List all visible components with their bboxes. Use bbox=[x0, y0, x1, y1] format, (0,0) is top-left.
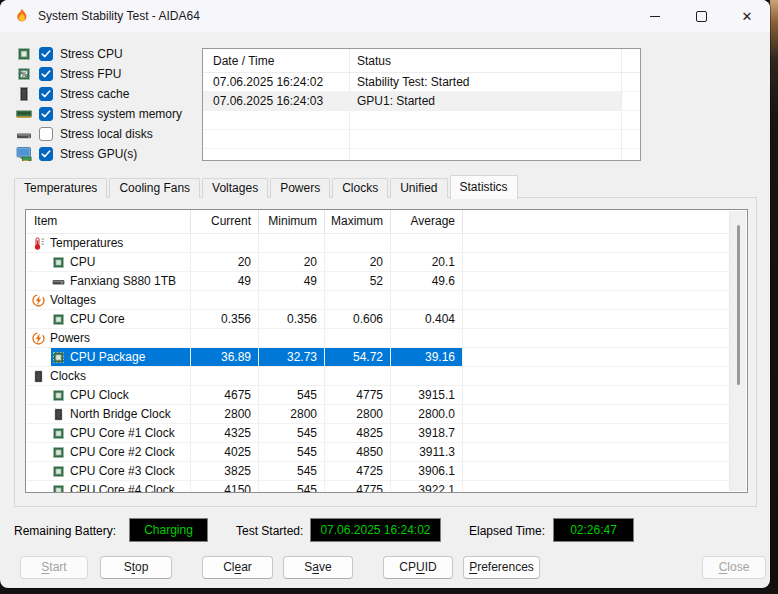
stats-col-current[interactable]: Current bbox=[191, 210, 259, 233]
stats-cell-current bbox=[191, 367, 259, 385]
tab-voltages[interactable]: Voltages bbox=[202, 178, 268, 198]
stress-option-cpu: Stress CPU bbox=[16, 44, 182, 64]
stats-cell-maximum bbox=[325, 367, 391, 385]
battery-label: Remaining Battery: bbox=[14, 524, 116, 538]
chip-green-icon bbox=[52, 465, 65, 478]
stats-cell-minimum: 545 bbox=[259, 386, 325, 404]
stats-row-cpu-core[interactable]: CPU Core0.3560.3560.6060.404 bbox=[26, 310, 747, 329]
stats-row-cpu-core-2-clock[interactable]: CPU Core #2 Clock402554548503911.3 bbox=[26, 443, 747, 462]
chip-green-icon bbox=[52, 351, 65, 364]
log-row[interactable]: 07.06.2025 16:24:03GPU1: Started bbox=[203, 92, 640, 111]
stats-row-fanxiang-s880-1tb[interactable]: Fanxiang S880 1TB49495249.6 bbox=[26, 272, 747, 291]
stats-scrollbar[interactable] bbox=[729, 211, 746, 491]
stats-row-cpu-core-1-clock[interactable]: CPU Core #1 Clock432554548253918.7 bbox=[26, 424, 747, 443]
statistics-table: Item Current Minimum Maximum Average Tem… bbox=[25, 209, 748, 493]
stats-col-maximum[interactable]: Maximum bbox=[325, 210, 391, 233]
cpuid-button[interactable]: CPUID bbox=[383, 556, 453, 579]
tab-temperatures[interactable]: Temperatures bbox=[14, 178, 107, 198]
stress-checkbox-memory[interactable] bbox=[39, 107, 53, 121]
stress-option-gpu: Stress GPU(s) bbox=[16, 144, 182, 164]
stress-label-gpu[interactable]: Stress GPU(s) bbox=[60, 147, 137, 161]
cache-icon bbox=[16, 86, 32, 102]
test-started-led: 07.06.2025 16:24:02 bbox=[310, 518, 441, 542]
titlebar[interactable]: System Stability Test - AIDA64 ✕ bbox=[0, 0, 770, 32]
stats-cell-item: CPU Core #4 Clock bbox=[26, 481, 191, 493]
save-button[interactable]: Save bbox=[283, 556, 353, 579]
stress-label-cpu[interactable]: Stress CPU bbox=[60, 47, 123, 61]
stats-cell-item: Clocks bbox=[26, 367, 191, 385]
stats-scrollbar-thumb[interactable] bbox=[737, 225, 740, 385]
item-label: CPU Core #2 Clock bbox=[70, 443, 175, 461]
stress-checkbox-cpu[interactable] bbox=[39, 47, 53, 61]
item-highlight: CPU Core bbox=[51, 310, 190, 328]
stats-row-cpu-package[interactable]: CPU Package36.8932.7354.7239.16 bbox=[26, 348, 747, 367]
tab-unified[interactable]: Unified bbox=[390, 178, 447, 198]
stats-cell-current: 20 bbox=[191, 253, 259, 271]
stress-checkbox-fpu[interactable] bbox=[39, 67, 53, 81]
stats-row-powers[interactable]: Powers bbox=[26, 329, 747, 348]
stress-checkbox-disks[interactable] bbox=[39, 127, 53, 141]
stats-cell-item: CPU Core #2 Clock bbox=[26, 443, 191, 461]
item-label: CPU Package bbox=[70, 348, 145, 366]
stats-cell-minimum bbox=[259, 329, 325, 347]
log-col-datetime[interactable]: Date / Time bbox=[203, 54, 349, 68]
stress-checkbox-gpu[interactable] bbox=[39, 147, 53, 161]
stats-cell-item: Fanxiang S880 1TB bbox=[26, 272, 191, 290]
maximize-button[interactable] bbox=[678, 0, 724, 32]
stress-checkbox-cache[interactable] bbox=[39, 87, 53, 101]
chip-dark-icon bbox=[32, 370, 45, 383]
stats-cell-minimum bbox=[259, 291, 325, 309]
stats-row-temperatures[interactable]: Temperatures bbox=[26, 234, 747, 253]
preferences-button[interactable]: Preferences bbox=[463, 556, 540, 579]
stats-cell-maximum: 4725 bbox=[325, 462, 391, 480]
item-label: CPU Core bbox=[70, 310, 125, 328]
log-datetime: 07.06.2025 16:24:02 bbox=[203, 75, 349, 89]
log-col-status[interactable]: Status bbox=[349, 54, 640, 68]
stats-cell-filler bbox=[463, 424, 747, 442]
item-label: Clocks bbox=[50, 367, 86, 385]
stats-col-minimum[interactable]: Minimum bbox=[259, 210, 325, 233]
stress-label-fpu[interactable]: Stress FPU bbox=[60, 67, 121, 81]
stats-row-clocks[interactable]: Clocks bbox=[26, 367, 747, 386]
tab-cooling-fans[interactable]: Cooling Fans bbox=[109, 178, 200, 198]
stats-row-voltages[interactable]: Voltages bbox=[26, 291, 747, 310]
stats-cell-current bbox=[191, 291, 259, 309]
elapsed-time-led: 02:26:47 bbox=[553, 518, 634, 542]
chip-green-icon bbox=[52, 256, 65, 269]
log-row[interactable]: 07.06.2025 16:24:02Stability Test: Start… bbox=[203, 73, 640, 92]
window-title: System Stability Test - AIDA64 bbox=[38, 0, 200, 32]
stats-row-cpu[interactable]: CPU20202020.1 bbox=[26, 253, 747, 272]
stress-label-memory[interactable]: Stress system memory bbox=[60, 107, 182, 121]
stats-cell-minimum: 545 bbox=[259, 481, 325, 493]
stats-row-cpu-core-3-clock[interactable]: CPU Core #3 Clock382554547253906.1 bbox=[26, 462, 747, 481]
stats-cell-maximum: 20 bbox=[325, 253, 391, 271]
tab-clocks[interactable]: Clocks bbox=[332, 178, 388, 198]
stats-cell-current bbox=[191, 234, 259, 252]
stats-col-item[interactable]: Item bbox=[26, 210, 191, 233]
minimize-button[interactable] bbox=[632, 0, 678, 32]
stats-cell-average: 3906.1 bbox=[391, 462, 463, 480]
tab-statistics[interactable]: Statistics bbox=[450, 175, 518, 199]
clear-button[interactable]: Clear bbox=[202, 556, 273, 579]
chip-green-icon bbox=[52, 484, 65, 494]
stats-cell-maximum bbox=[325, 234, 391, 252]
stress-label-disks[interactable]: Stress local disks bbox=[60, 127, 153, 141]
stats-row-cpu-clock[interactable]: CPU Clock467554547753915.1 bbox=[26, 386, 747, 405]
disk-icon bbox=[16, 126, 32, 142]
stats-row-cpu-core-4-clock[interactable]: CPU Core #4 Clock415054547753922.1 bbox=[26, 481, 747, 493]
chip-green-icon bbox=[52, 313, 65, 326]
gpu-icon bbox=[16, 146, 32, 162]
stats-header: Item Current Minimum Maximum Average bbox=[26, 210, 747, 234]
stats-cell-item: CPU Clock bbox=[26, 386, 191, 404]
item-highlight: CPU Package bbox=[51, 348, 190, 366]
stats-col-average[interactable]: Average bbox=[391, 210, 463, 233]
item-label: CPU Core #4 Clock bbox=[70, 481, 175, 493]
stats-cell-average bbox=[391, 329, 463, 347]
item-highlight: CPU bbox=[51, 253, 190, 271]
stress-label-cache[interactable]: Stress cache bbox=[60, 87, 129, 101]
tab-powers[interactable]: Powers bbox=[270, 178, 330, 198]
stats-row-north-bridge-clock[interactable]: North Bridge Clock2800280028002800.0 bbox=[26, 405, 747, 424]
stress-option-memory: Stress system memory bbox=[16, 104, 182, 124]
close-button[interactable]: ✕ bbox=[724, 0, 770, 32]
stop-button[interactable]: Stop bbox=[100, 556, 172, 579]
